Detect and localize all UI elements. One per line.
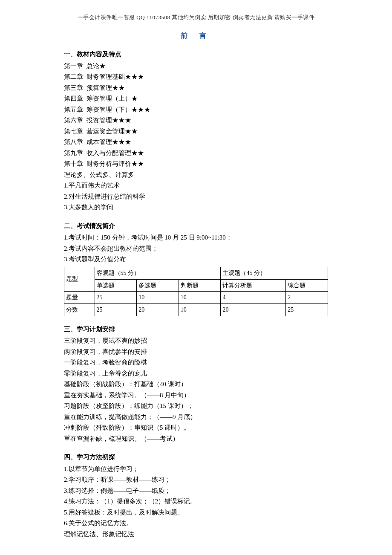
cell: 4 [221, 292, 286, 304]
cell: 25 [95, 292, 137, 304]
cell: 2 [286, 292, 328, 304]
document-title: 前 言 [64, 30, 328, 41]
s1-line: 第十章 财务分析与评价★★ [64, 159, 328, 170]
cell: 10 [179, 304, 221, 316]
s3-line: 一阶段复习，考验智商的险棋 [64, 357, 328, 368]
page-header: 一手会计课件唯一客服 QQ 11073508 其他均为倒卖 后期加密 倒卖者无法… [64, 13, 328, 22]
s3-line: 三阶段复习，屡试不爽的妙招 [64, 335, 328, 347]
s4-line: 4.练习方法：（1）提倡多次；（2）错误标记。 [64, 496, 328, 507]
section-1-head: 一、教材内容及特点 [64, 49, 328, 60]
s3-line: 习题阶段（攻坚阶段）：练能力（15 课时）； [64, 401, 328, 412]
th-sub: 多选题 [137, 279, 179, 292]
th-sub: 综合题 [286, 279, 328, 292]
s3-line: 零阶段复习，上帝眷念的宠儿 [64, 368, 328, 379]
th-sub: 计算分析题 [221, 279, 286, 292]
table-row: 题量 25 10 10 4 2 [64, 292, 328, 304]
s4-line: 3.练习选择：例题——电子——纸质； [64, 486, 328, 497]
s1-line: 理论多、公式多、计算多 [64, 170, 328, 181]
s3-line: 基础阶段（初战阶段）：打基础（40 课时） [64, 379, 328, 390]
cell: 25 [286, 304, 328, 316]
s1-line: 第一章 总论★ [64, 61, 328, 72]
score-table: 题型 客观题（55 分） 主观题（45 分） 单选题 多选题 判断题 计算分析题… [64, 267, 328, 316]
section-2-head: 二、考试情况简介 [64, 221, 328, 232]
s1-line: 第八章 成本管理★★★ [64, 137, 328, 148]
cell: 25 [95, 304, 137, 316]
table-row: 单选题 多选题 判断题 计算分析题 综合题 [64, 279, 328, 292]
th-subjective: 主观题（45 分） [221, 267, 328, 279]
row-label: 题量 [64, 292, 95, 304]
s3-line: 重在能力训练，提高做题能力；（——9 月底） [64, 412, 328, 423]
s1-line: 第三章 预算管理★★ [64, 83, 328, 94]
s1-line: 第六章 投资管理★★★ [64, 115, 328, 126]
s3-line: 重在夯实基础，系统学习。（——8 月中旬） [64, 390, 328, 401]
table-row: 题型 客观题（55 分） 主观题（45 分） [64, 267, 328, 279]
th-type: 题型 [64, 267, 95, 292]
s1-line: 1.平凡而伟大的艺术 [64, 180, 328, 191]
s1-line: 第四章 筹资管理（上）★ [64, 93, 328, 104]
s4-line: 5.用好答疑板：及时提出，及时解决问题。 [64, 507, 328, 518]
section-4-head: 四、学习方法初探 [64, 452, 328, 463]
s3-line: 重在查漏补缺，梳理知识。（——考试） [64, 434, 328, 445]
th-sub: 判断题 [179, 279, 221, 292]
s4-line: 2.学习顺序：听课——教材——练习； [64, 474, 328, 486]
s2-line: 3.考试题型及分值分布 [64, 254, 328, 265]
row-label: 分数 [64, 304, 95, 316]
s1-line: 第七章 营运资金管理★★ [64, 126, 328, 137]
s1-line: 第二章 财务管理基础★★★ [64, 72, 328, 83]
th-objective: 客观题（55 分） [95, 267, 221, 279]
s4-line: 6.关于公式的记忆方法。 [64, 518, 328, 529]
s1-line: 2.对生活规律进行总结的科学 [64, 191, 328, 202]
s1-line: 第五章 筹资管理（下）★★★ [64, 104, 328, 116]
cell: 10 [179, 292, 221, 304]
s3-line: 两阶段复习，喜忧参半的安排 [64, 347, 328, 358]
section-3-head: 三、学习计划安排 [64, 324, 328, 335]
s1-line: 3.大多数人的学问 [64, 202, 328, 213]
table-row: 分数 25 20 10 20 25 [64, 304, 328, 316]
th-sub: 单选题 [95, 279, 137, 292]
s2-line: 1.考试时间：150 分钟，考试时间是 10 月 25 日 9:00~11:30… [64, 232, 328, 243]
cell: 20 [137, 304, 179, 316]
cell: 20 [221, 304, 286, 316]
s2-line: 2.考试内容不会超出教材的范围； [64, 243, 328, 254]
document-page: 一手会计课件唯一客服 QQ 11073508 其他均为倒卖 后期加密 倒卖者无法… [0, 0, 392, 555]
s3-line: 冲刺阶段（歼敌阶段）：串知识（5 课时）。 [64, 422, 328, 434]
s4-line: 1.以章节为单位进行学习； [64, 464, 328, 475]
s1-line: 第九章 收入与分配管理★★ [64, 148, 328, 159]
s4-line: 理解记忆法、形象记忆法 [64, 529, 328, 540]
cell: 10 [137, 292, 179, 304]
